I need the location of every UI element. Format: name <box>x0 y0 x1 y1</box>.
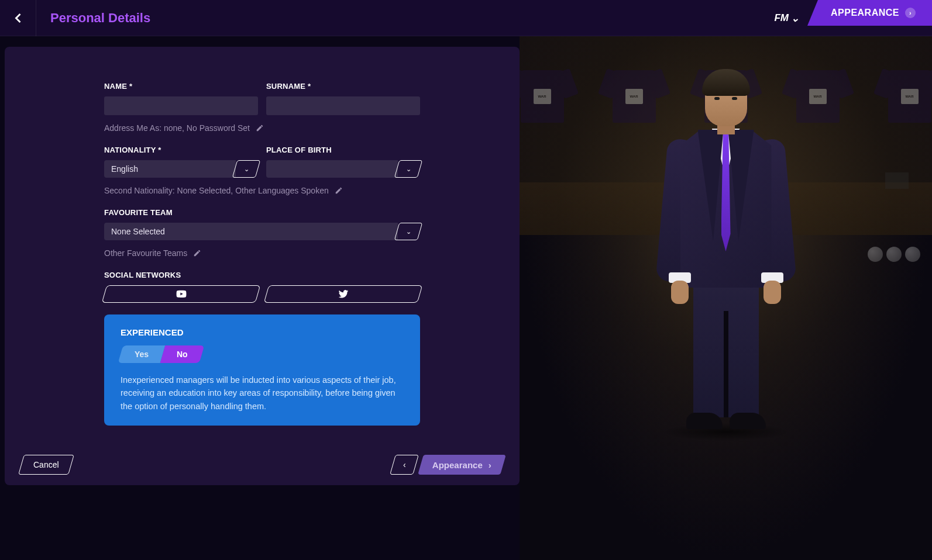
pencil-icon <box>193 249 201 257</box>
top-bar: Personal Details FM ⌄ APPEARANCE › <box>0 0 932 36</box>
fm-label: FM <box>774 12 789 24</box>
back-button[interactable] <box>0 0 36 36</box>
nationality-dropdown-toggle[interactable]: ⌄ <box>232 160 261 178</box>
experienced-yes-option[interactable]: Yes <box>118 345 166 363</box>
next-appearance-button[interactable]: Appearance › <box>418 455 506 475</box>
favourite-team-value: None Selected <box>111 227 165 236</box>
surname-label: SURNAME * <box>266 82 420 91</box>
page-title: Personal Details <box>50 11 150 26</box>
chevron-down-icon: ⌄ <box>791 12 799 25</box>
favourite-team-dropdown[interactable]: None Selected <box>104 223 398 240</box>
character-preview: WAR WAR WAR WAR WAR <box>520 36 932 560</box>
jersey: WAR <box>878 65 933 124</box>
pencil-icon <box>335 186 343 195</box>
appearance-tab[interactable]: APPEARANCE › <box>807 0 932 26</box>
appearance-tab-label: APPEARANCE <box>831 8 899 18</box>
twitter-button[interactable] <box>264 285 423 303</box>
edit-address-me-as-button[interactable] <box>256 124 264 132</box>
chevron-down-icon: ⌄ <box>406 165 411 173</box>
surname-input[interactable] <box>266 96 420 115</box>
chevron-right-icon: › <box>489 460 491 470</box>
experienced-toggle: Yes No <box>121 345 202 363</box>
address-me-as-text: Address Me As: none, No Password Set <box>104 123 250 133</box>
jersey: WAR <box>520 65 575 124</box>
chevron-down-icon: ⌄ <box>406 228 411 236</box>
nationality-label: NATIONALITY * <box>104 146 258 154</box>
arrow-left-icon <box>10 10 26 26</box>
fm-dropdown[interactable]: FM ⌄ <box>766 0 807 36</box>
place-of-birth-dropdown[interactable] <box>266 160 398 178</box>
twitter-icon <box>338 289 349 299</box>
place-of-birth-dropdown-toggle[interactable]: ⌄ <box>394 160 423 178</box>
edit-other-favourite-teams-button[interactable] <box>193 249 201 257</box>
tactics-board <box>885 172 909 189</box>
place-of-birth-label: PLACE OF BIRTH <box>266 146 420 154</box>
second-nationality-text: Second Nationality: None Selected, Other… <box>104 186 329 195</box>
nationality-value: English <box>111 164 138 174</box>
name-input[interactable] <box>104 96 258 115</box>
experienced-description: Inexperienced managers will be inducted … <box>121 374 404 413</box>
chevron-right-icon: › <box>905 8 916 18</box>
edit-second-nationality-button[interactable] <box>335 186 343 195</box>
pencil-icon <box>256 124 264 132</box>
bottom-bar: Cancel ‹ Appearance › <box>5 455 520 475</box>
manager-avatar <box>644 60 808 434</box>
favourite-team-label: FAVOURITE TEAM <box>104 208 420 217</box>
youtube-button[interactable] <box>102 285 261 303</box>
name-label: NAME * <box>104 82 258 91</box>
form-panel: NAME * SURNAME * Address Me As: none, No… <box>5 47 520 485</box>
chevron-down-icon: ⌄ <box>244 165 249 173</box>
nationality-dropdown[interactable]: English <box>104 160 236 178</box>
experienced-no-option[interactable]: No <box>160 345 204 363</box>
footballs <box>868 247 920 262</box>
social-networks-label: SOCIAL NETWORKS <box>104 271 420 279</box>
other-favourite-teams-text: Other Favourite Teams <box>104 248 187 258</box>
cancel-button[interactable]: Cancel <box>18 455 74 475</box>
youtube-icon <box>176 289 187 299</box>
previous-button[interactable]: ‹ <box>390 455 419 475</box>
favourite-team-dropdown-toggle[interactable]: ⌄ <box>394 223 423 240</box>
experienced-box: EXPERIENCED Yes No Inexperienced manager… <box>104 314 420 426</box>
experienced-label: EXPERIENCED <box>121 327 404 337</box>
chevron-left-icon: ‹ <box>403 460 406 469</box>
